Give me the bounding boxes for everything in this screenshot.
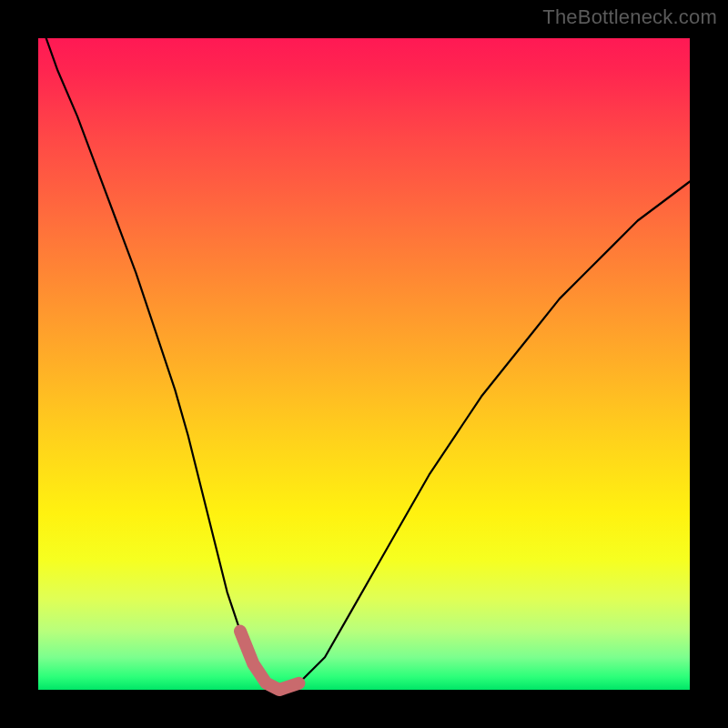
curve-svg (38, 38, 690, 690)
chart-frame: TheBottleneck.com (0, 0, 728, 728)
watermark-text: TheBottleneck.com (542, 5, 717, 29)
plot-area (38, 38, 690, 690)
bottleneck-highlight (240, 632, 298, 690)
bottleneck-curve (42, 25, 690, 690)
